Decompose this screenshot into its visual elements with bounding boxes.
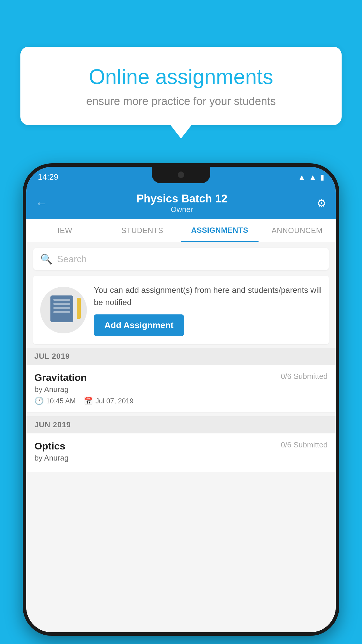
promo-card: You can add assignment(s) from here and … bbox=[33, 276, 329, 344]
clock-icon: 🕐 bbox=[34, 396, 44, 405]
section-jun-2019: JUN 2019 bbox=[26, 416, 336, 433]
section-jul-2019: JUL 2019 bbox=[26, 348, 336, 365]
promo-description: You can add assignment(s) from here and … bbox=[94, 284, 322, 309]
assignment-time-meta: 🕐 10:45 AM bbox=[34, 396, 75, 405]
assignment-optics-submitted: 0/6 Submitted bbox=[281, 440, 328, 449]
assignment-gravitation-by: by Anurag bbox=[34, 385, 328, 394]
section-jun-label: JUN 2019 bbox=[34, 420, 71, 429]
status-time: 14:29 bbox=[38, 172, 58, 182]
promo-icon-circle bbox=[40, 287, 87, 333]
back-button[interactable]: ← bbox=[36, 197, 47, 210]
tab-iew[interactable]: IEW bbox=[26, 219, 104, 242]
assignment-gravitation-meta: 🕐 10:45 AM 📅 Jul 07, 2019 bbox=[34, 396, 328, 405]
calendar-icon: 📅 bbox=[84, 396, 93, 405]
header-title: Physics Batch 12 bbox=[136, 192, 228, 205]
header-center: Physics Batch 12 Owner bbox=[136, 192, 228, 214]
assignment-row1: Gravitation 0/6 Submitted bbox=[34, 372, 328, 383]
app-header: ← Physics Batch 12 Owner ⚙ bbox=[26, 187, 336, 219]
speech-bubble-arrow bbox=[171, 125, 191, 139]
speech-bubble-wrapper: Online assignments ensure more practice … bbox=[20, 47, 342, 139]
search-bar[interactable]: 🔍 Search bbox=[33, 248, 329, 270]
tab-students[interactable]: STUDENTS bbox=[104, 219, 181, 242]
search-icon: 🔍 bbox=[40, 253, 52, 265]
search-input-placeholder[interactable]: Search bbox=[57, 254, 87, 265]
speech-bubble: Online assignments ensure more practice … bbox=[20, 47, 342, 125]
status-icons: ▲ ▲ ▮ bbox=[298, 173, 324, 182]
assignment-date: Jul 07, 2019 bbox=[95, 397, 133, 405]
battery-icon: ▮ bbox=[320, 173, 324, 182]
notebook-illustration bbox=[50, 295, 77, 325]
phone-frame: 14:29 ▲ ▲ ▮ ← Physics Batch 12 Owner ⚙ I… bbox=[23, 163, 339, 636]
add-assignment-button[interactable]: Add Assignment bbox=[94, 314, 184, 336]
phone-screen: 14:29 ▲ ▲ ▮ ← Physics Batch 12 Owner ⚙ I… bbox=[26, 167, 336, 632]
signal-icon: ▲ bbox=[309, 173, 317, 182]
tabs-bar: IEW STUDENTS ASSIGNMENTS ANNOUNCEM bbox=[26, 219, 336, 242]
assignment-gravitation-submitted: 0/6 Submitted bbox=[281, 372, 328, 381]
assignment-optics-by: by Anurag bbox=[34, 454, 328, 463]
assignment-gravitation-name: Gravitation bbox=[34, 372, 87, 383]
assignment-optics-name: Optics bbox=[34, 440, 65, 452]
header-subtitle: Owner bbox=[136, 205, 228, 214]
assignment-optics[interactable]: Optics 0/6 Submitted by Anurag bbox=[26, 433, 336, 472]
section-jul-label: JUL 2019 bbox=[34, 352, 70, 360]
front-camera bbox=[178, 172, 184, 178]
bubble-title: Online assignments bbox=[41, 64, 321, 89]
assignment-gravitation[interactable]: Gravitation 0/6 Submitted by Anurag 🕐 10… bbox=[26, 365, 336, 413]
assignment-optics-row1: Optics 0/6 Submitted bbox=[34, 440, 328, 452]
tab-announcements[interactable]: ANNOUNCEM bbox=[259, 219, 336, 242]
promo-content: You can add assignment(s) from here and … bbox=[94, 284, 322, 336]
bubble-subtitle: ensure more practice for your students bbox=[41, 95, 321, 108]
notch bbox=[152, 167, 210, 183]
wifi-icon: ▲ bbox=[298, 173, 306, 182]
settings-icon[interactable]: ⚙ bbox=[317, 197, 326, 210]
assignment-time: 10:45 AM bbox=[46, 397, 75, 405]
assignment-date-meta: 📅 Jul 07, 2019 bbox=[84, 396, 133, 405]
content-area: 🔍 Search bbox=[26, 242, 336, 632]
tab-assignments[interactable]: ASSIGNMENTS bbox=[181, 219, 259, 242]
